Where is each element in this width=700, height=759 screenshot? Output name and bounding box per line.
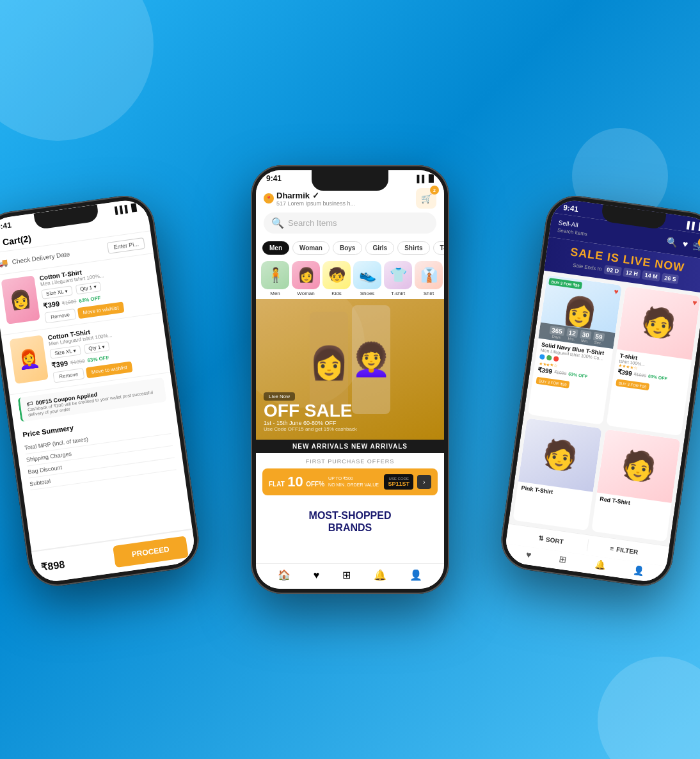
kids-icon: 🧒: [322, 261, 351, 289]
phone-right-screen: 9:41 ▌▌ ▉ Sell-AllSearch Items 🔍 ♥ 🛒 2: [503, 198, 700, 584]
product-person-4: 🧑: [619, 447, 658, 484]
time-center: 9:41: [266, 174, 282, 183]
cat-thumb-shirt: 👔: [415, 261, 443, 289]
location-subtitle: 517 Lorem Ipsum business h...: [276, 200, 355, 207]
search-placeholder: Search Items: [288, 218, 337, 228]
time-right: 9:41: [562, 203, 579, 214]
bottom-nav: 🏠 ♥ ⊞ 🔔 👤: [256, 563, 444, 589]
cat-thumb-tshirt: 👕: [384, 261, 412, 289]
product-image-2: 👩‍🦰: [10, 335, 49, 384]
product-card-1[interactable]: 👩 BUY 3 FOR ₹99 ♥ 365 Days 12 Hrs: [528, 275, 622, 424]
product-card-4[interactable]: 🧑 Red T-Shirt: [591, 429, 680, 541]
search-bar[interactable]: 🔍 Search Items: [264, 212, 436, 234]
timer-sec-1: 59 Sec.: [593, 332, 605, 346]
hero-banner: 👩 👩‍🦱 Live Now OFF SALE 1st - 15th June: [256, 299, 444, 440]
product-card-3[interactable]: 🧑 Pink T-Shirt: [513, 418, 601, 531]
heart-icon-2[interactable]: ♥: [692, 298, 697, 308]
total-price: ₹898: [40, 558, 65, 573]
location-name[interactable]: Dharmik ✓: [276, 191, 355, 200]
chip-tshirts[interactable]: T-Shirts: [433, 241, 444, 255]
status-icons-left: ▌▌▌ ▉: [115, 203, 138, 214]
nav-notifications[interactable]: 🔔: [374, 569, 386, 581]
phone-center-screen: 9:41 ▌▌ ▉ 📍 Dharmik ✓ 517 Lorem Ipsum bu: [256, 170, 444, 589]
flat-offer-box: FLAT 10 OFF% UP TO ₹500 NO MIN. ORDER VA…: [262, 468, 438, 495]
header-text-right: Sell-AllSearch Items: [557, 219, 589, 237]
flat-text-group: FLAT 10 OFF%: [269, 474, 324, 490]
remove-button-1[interactable]: Remove: [44, 308, 76, 323]
chip-boys[interactable]: Boys: [333, 241, 362, 255]
cat-tshirt[interactable]: 👕 T-shirt: [384, 261, 412, 296]
cat-label-shoes: Shoes: [360, 291, 375, 296]
product-card-2[interactable]: 🧑 ♥ T-shirt tshirt 100%... ★★★★☆ ₹399 ₹1…: [607, 286, 700, 436]
cat-men[interactable]: 🧍 Men: [261, 261, 289, 296]
size-select-2[interactable]: Size XL ▾: [49, 345, 81, 358]
flat-num: 10: [287, 474, 303, 490]
product-card-img-4: 🧑: [597, 429, 681, 502]
category-chips: Men Woman Boys Girls Shirts T-Shirts: [256, 237, 444, 259]
color-dot-red: [553, 356, 559, 362]
heart-icon-1[interactable]: ♥: [614, 287, 619, 296]
remove-button-2[interactable]: Remove: [52, 368, 84, 383]
product-info-1: Cotton T-Shirt Men Lifeguard tshirt 100%…: [39, 260, 154, 324]
time-left: 9:41: [0, 221, 12, 232]
price-old-1: ₹1099: [61, 299, 77, 307]
nav-wishlist[interactable]: ♥: [314, 570, 320, 581]
wishlist-icon-right[interactable]: ♥: [682, 239, 688, 250]
product-person-1: 👩: [561, 293, 600, 331]
chip-men[interactable]: Men: [262, 241, 289, 255]
use-code-value: SP11ST: [388, 481, 410, 487]
count-minutes: 14 M: [642, 270, 661, 282]
nav-home[interactable]: 🏠: [278, 569, 290, 581]
truck-icon: 🚚: [0, 258, 9, 268]
color-dot-blue: [539, 354, 545, 360]
count-hours: 12 H: [623, 268, 641, 279]
color-dot-green: [546, 355, 552, 361]
battery-icon-center: ▉: [429, 175, 434, 183]
discount-2: 63% OFF: [87, 355, 109, 364]
home-screen: 9:41 ▌▌ ▉ 📍 Dharmik ✓ 517 Lorem Ipsum bu: [256, 170, 444, 589]
proceed-button[interactable]: PROCEED: [113, 536, 189, 568]
chip-girls[interactable]: Girls: [365, 241, 394, 255]
nav-categories-right[interactable]: ⊞: [559, 554, 568, 565]
cat-label-tshirt: T-shirt: [391, 291, 405, 296]
timer-min-1: 30 Min.: [579, 330, 592, 344]
price-new-2: ₹399: [51, 359, 68, 369]
chip-shirts[interactable]: Shirts: [397, 241, 429, 255]
cat-shirt[interactable]: 👔 Shirt: [415, 261, 443, 296]
person-icon-1: 👩: [8, 289, 33, 310]
size-select-1[interactable]: Size XL ▾: [41, 285, 72, 299]
cart-button[interactable]: 🛒 2: [416, 188, 436, 209]
product-grid: 👩 BUY 3 FOR ₹99 ♥ 365 Days 12 Hrs: [509, 271, 700, 546]
qty-select-2[interactable]: Qty 1 ▾: [83, 341, 109, 354]
timer-days-1: 365 Days: [549, 326, 565, 340]
price-old-2: ₹1099: [70, 358, 85, 366]
cat-kids[interactable]: 🧒 Kids: [322, 261, 351, 296]
offer-arrow-button[interactable]: ›: [417, 475, 431, 489]
cat-label-men: Men: [270, 291, 280, 296]
cat-thumb-men: 🧍: [261, 261, 289, 289]
cat-woman[interactable]: 👩 Woman: [292, 261, 320, 296]
cart-icon-right-wrap: 🛒 2: [692, 239, 700, 252]
search-icon-right[interactable]: 🔍: [666, 236, 678, 248]
qty-select-1[interactable]: Qty 1 ▾: [75, 282, 101, 294]
offer-details: UP TO ₹500 NO MIN. ORDER VALUE: [328, 475, 380, 488]
nav-profile[interactable]: 👤: [410, 569, 422, 581]
shoes-icon: 👟: [353, 261, 381, 289]
nav-profile-right[interactable]: 👤: [632, 564, 644, 576]
filter-icon: ≡: [610, 545, 614, 552]
cart-badge: 2: [430, 186, 439, 195]
nav-notifications-right[interactable]: 🔔: [594, 559, 606, 570]
nav-wishlist-right[interactable]: ♥: [525, 549, 532, 560]
location-pin-icon: 📍: [264, 193, 274, 204]
nav-categories[interactable]: ⊞: [342, 569, 351, 581]
shirt-icon: 👔: [415, 261, 443, 289]
cat-shoes[interactable]: 👟 Shoes: [353, 261, 381, 296]
phone-center-notch: [312, 170, 388, 191]
chip-woman[interactable]: Woman: [292, 241, 330, 255]
product-image-1: 👩: [1, 275, 40, 324]
use-code-box: USE CODE SP11ST: [384, 474, 413, 490]
most-shopped-title: MOST-SHOPPEDBRANDS: [264, 509, 436, 534]
card-discount-2: 63% OFF: [648, 374, 668, 381]
status-icons-center: ▌▌ ▉: [417, 175, 434, 183]
enter-pin-input[interactable]: Enter Pi...: [107, 237, 145, 254]
